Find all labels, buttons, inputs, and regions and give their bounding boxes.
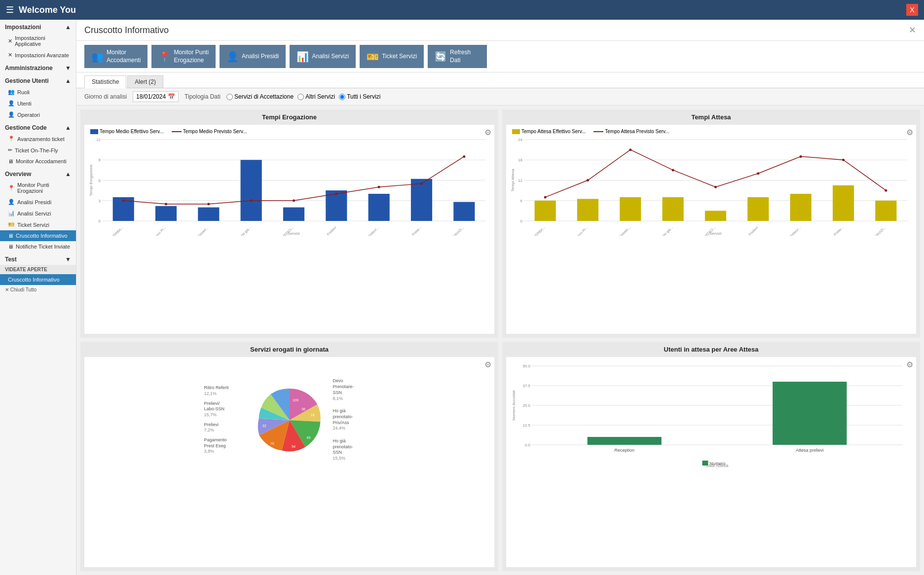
- svg-text:54: 54: [292, 444, 296, 449]
- svg-text:32: 32: [262, 424, 266, 428]
- chart-servizi-giornata: Servizi erogati in giornata ⚙ Ritiro Ref…: [80, 342, 498, 571]
- sidebar-item-label: Ticket On-The-Fly: [15, 147, 58, 153]
- svg-text:Servizi: Servizi: [709, 231, 721, 236]
- sidebar-item-label: Utenti: [17, 101, 32, 107]
- sidebar-section-impostazioni[interactable]: Impostazioni ▲: [0, 20, 76, 33]
- svg-text:18: 18: [310, 413, 314, 417]
- svg-point-25: [378, 186, 380, 188]
- sidebar-item-impostazioni-applicative[interactable]: ✕ Impostazioni Applicative: [0, 33, 76, 49]
- sidebar-item-analisi-servizi[interactable]: 📊 Analisi Servizi: [0, 208, 76, 219]
- legend-line: Tempo Attesa Previsto Serv...: [593, 129, 669, 134]
- sidebar-section-test-label: Test: [5, 256, 17, 263]
- sidebar-item-operatori[interactable]: 👤 Operatori: [0, 109, 76, 120]
- sidebar-item-monitor-accodamenti[interactable]: 🖥 Monitor Accodamenti: [0, 156, 76, 167]
- sidebar-item-utenti[interactable]: 👤 Utenti: [0, 98, 76, 109]
- svg-text:109: 109: [293, 397, 298, 402]
- toolbar-btn-monitor-punti[interactable]: 📍 Monitor PuntiErogazione: [151, 45, 216, 68]
- svg-point-61: [672, 169, 674, 172]
- sidebar-item-label: Impostazioni Applicative: [15, 35, 71, 47]
- ticket-otf-icon: ✏: [8, 147, 12, 153]
- sidebar-section-gestione-utenti-label: Gestione Utenti: [5, 77, 49, 84]
- monitor-accodamenti-icon: 👥: [91, 51, 104, 63]
- sidebar-section-test[interactable]: Test ▼: [0, 252, 76, 265]
- svg-text:Devo Pr...: Devo Pr...: [575, 226, 589, 236]
- sidebar-item-avanzamento-ticket[interactable]: 📍 Avanzamento ticket: [0, 133, 76, 144]
- panel-close-button[interactable]: ✕: [909, 25, 916, 36]
- sidebar-item-label: Operatori: [17, 112, 40, 118]
- legend-line-label: Tempo Attesa Previsto Serv...: [605, 129, 669, 134]
- sidebar-item-ticket-servizi[interactable]: 🎫 Ticket Servizi: [0, 219, 76, 230]
- legend-bar: Tempo Attesa Effettivo Serv...: [512, 129, 586, 134]
- svg-rect-57: [875, 201, 896, 221]
- chart-settings-icon[interactable]: ⚙: [906, 360, 913, 369]
- settings-advanced-icon: ✕: [8, 52, 12, 58]
- chart-servizi-giornata-title: Servizi erogati in giornata: [80, 342, 498, 355]
- toolbar-btn-ticket-servizi[interactable]: 🎫 Ticket Servizi: [360, 45, 424, 68]
- svg-text:Numero Accodati: Numero Accodati: [512, 390, 516, 420]
- svg-text:70: 70: [270, 441, 274, 445]
- chart-tempi-erogazione-title: Tempi Erogazione: [80, 109, 498, 123]
- sidebar-item-analisi-presidi[interactable]: 👤 Analisi Presidi: [0, 196, 76, 208]
- chart-legend: Tempo Attesa Effettivo Serv... Tempo Att…: [510, 129, 912, 134]
- toolbar-btn-analisi-servizi[interactable]: 📊 Analisi Servizi: [290, 45, 356, 68]
- sidebar-item-ruoli[interactable]: 👥 Ruoli: [0, 86, 76, 98]
- sidebar-item-impostazioni-avanzate[interactable]: ✕ Impostazioni Avanzate: [0, 49, 76, 61]
- sidebar-item-label: Monitor Punti Erogazioni: [17, 182, 71, 194]
- sidebar-section-gestione-utenti[interactable]: Gestione Utenti ▲: [0, 73, 76, 86]
- toolbar-btn-label: RefreshDati: [450, 49, 471, 64]
- radio-tutti[interactable]: Tutti i Servizi: [339, 93, 380, 100]
- analisi-servizi-btn-icon: 📊: [296, 51, 309, 63]
- sidebar-section-impostazioni-label: Impostazioni: [5, 24, 41, 31]
- sidebar-section-gestione-code[interactable]: Gestione Code ▲: [0, 120, 76, 133]
- pie-label-hogia-ssn: Ho giàprenotato-SSN15,5%: [333, 438, 375, 462]
- sidebar-item-monitor-punti[interactable]: 📍 Monitor Punti Erogazioni: [0, 180, 76, 196]
- svg-text:Ho già...: Ho già...: [662, 226, 673, 236]
- chart-settings-icon[interactable]: ⚙: [484, 128, 491, 137]
- legend-line-color: [172, 131, 182, 132]
- sidebar-section-overview[interactable]: Overview ▲: [0, 167, 76, 180]
- date-filter[interactable]: 18/01/2024 📅: [133, 91, 179, 102]
- chart-utenti-attesa-title: Utenti in attesa per Aree Attesa: [502, 342, 920, 355]
- sidebar-item-label: Cruscotto Informativo: [16, 233, 68, 239]
- chevron-up-icon: ▲: [65, 77, 71, 84]
- topbar-close-button[interactable]: X: [906, 4, 918, 16]
- svg-rect-17: [411, 179, 432, 221]
- radio-altri[interactable]: Altri Servizi: [297, 93, 335, 100]
- date-value: 18/01/2024: [136, 93, 166, 100]
- svg-point-19: [122, 199, 125, 202]
- hamburger-icon[interactable]: ☰: [6, 4, 14, 15]
- toolbar-btn-analisi-presidi[interactable]: 👤 Analisi Presidi: [220, 45, 286, 68]
- sidebar-active-view[interactable]: Cruscotto Informativo: [0, 274, 76, 285]
- svg-text:Fisioter...: Fisioter...: [197, 226, 209, 236]
- sidebar-item-notifiche[interactable]: 🖥 Notifiche Ticket Inviate: [0, 241, 76, 252]
- pie-left-labels: Ritiro Referti12,1% Prelievi/Labo-SSN15,…: [204, 385, 246, 455]
- sidebar-item-ticket-otf[interactable]: ✏ Ticket On-The-Fly: [0, 144, 76, 156]
- sidebar-section-amministrazione[interactable]: Amministrazione ▼: [0, 61, 76, 73]
- sidebar-item-label: Ticket Servizi: [17, 222, 49, 228]
- legend-bar-color: [512, 129, 520, 134]
- svg-text:50.0: 50.0: [522, 364, 530, 368]
- svg-text:12: 12: [518, 179, 522, 183]
- chart-settings-icon[interactable]: ⚙: [484, 360, 491, 369]
- toolbar-btn-label: Monitor PuntiErogazione: [174, 49, 209, 64]
- svg-point-60: [629, 148, 631, 151]
- svg-text:0: 0: [99, 219, 101, 223]
- svg-point-59: [587, 179, 589, 181]
- sidebar-item-cruscotto[interactable]: 🖥 Cruscotto Informativo: [0, 230, 76, 241]
- svg-text:Ho già...: Ho già...: [240, 226, 252, 236]
- svg-rect-52: [663, 197, 684, 221]
- bar-chart-tempi-erogazione: 036912CERBA...Devo Pr...Fisioter...Ho gi…: [88, 137, 490, 246]
- tab-alert[interactable]: Alert (2): [127, 75, 163, 88]
- svg-rect-18: [453, 202, 475, 221]
- tab-statistiche[interactable]: Statistiche: [84, 75, 126, 88]
- toolbar-btn-monitor-accodamenti[interactable]: 👥 MonitorAccodamenti: [84, 45, 148, 68]
- toolbar: 👥 MonitorAccodamenti 📍 Monitor PuntiErog…: [76, 41, 924, 72]
- svg-text:Pretw...: Pretw...: [833, 226, 844, 236]
- toolbar-btn-label: Analisi Presidi: [242, 53, 279, 61]
- radio-accettazione[interactable]: Servizi di Accettazione: [226, 93, 294, 100]
- toolbar-btn-refresh[interactable]: 🔄 RefreshDati: [428, 45, 487, 68]
- svg-point-21: [207, 203, 210, 205]
- sidebar-close-all[interactable]: ✕ Chiudi Tutto: [0, 285, 76, 294]
- chart-settings-icon[interactable]: ⚙: [906, 128, 913, 137]
- tipologia-radio-group: Servizi di Accettazione Altri Servizi Tu…: [226, 93, 380, 100]
